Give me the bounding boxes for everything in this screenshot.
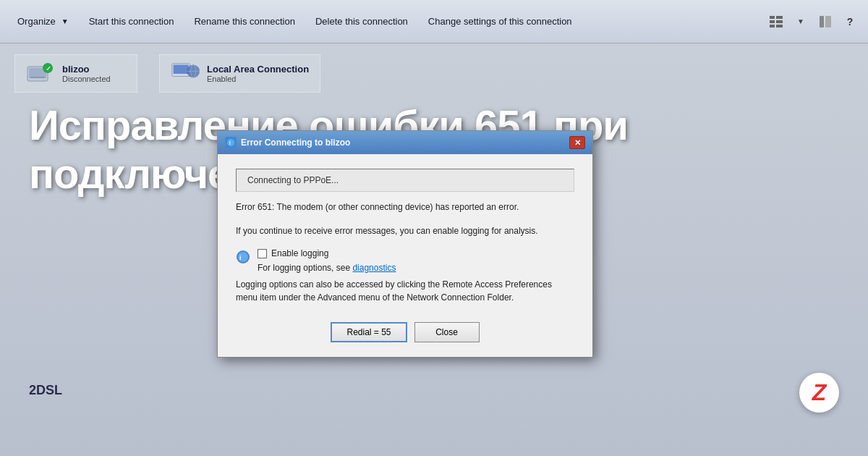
svg-rect-2 (770, 20, 775, 23)
svg-rect-1 (776, 16, 783, 19)
blizoo-name: blizoo (62, 64, 111, 75)
svg-rect-14 (174, 65, 189, 74)
continue-section: If you continue to receive error message… (236, 224, 574, 237)
organize-button[interactable]: Organize ▼ (7, 0, 79, 43)
error-dialog: ! Error Connecting to blizoo ✕ Connectin… (217, 130, 593, 358)
blizoo-icon: ✓ (26, 61, 55, 86)
local-area-name: Local Area Connection (207, 64, 309, 75)
enable-logging-checkbox[interactable] (258, 249, 267, 258)
svg-rect-3 (776, 20, 783, 23)
local-area-text: Local Area Connection Enabled (207, 64, 309, 83)
dsl-label: 2DSL (29, 383, 62, 398)
z-logo: Z (799, 373, 839, 413)
dialog-titlebar: ! Error Connecting to blizoo ✕ (218, 131, 592, 154)
connections-area: ✓ blizoo Disconnected (0, 43, 868, 104)
organize-label: Organize (17, 16, 56, 27)
logging-options-text: Logging options can also be accessed by … (236, 278, 574, 304)
delete-connection-button[interactable]: Delete this connection (305, 0, 418, 43)
organize-dropdown-icon: ▼ (61, 17, 69, 25)
z-logo-letter: Z (812, 379, 827, 406)
svg-text:!: ! (229, 140, 231, 146)
enable-logging-content: Enable logging For logging options, see … (258, 248, 396, 274)
enable-logging-label: Enable logging (271, 248, 328, 258)
view-options-icon[interactable] (765, 11, 787, 33)
continue-text: If you continue to receive error message… (236, 224, 574, 237)
svg-rect-5 (776, 25, 783, 28)
enable-logging-section: i Enable logging For logging options, se… (236, 248, 574, 274)
toolbar-right-icons: ▼ ? (765, 11, 861, 33)
svg-rect-4 (770, 25, 775, 28)
svg-rect-6 (820, 16, 824, 28)
local-area-icon (171, 61, 200, 86)
blizoo-connection[interactable]: ✓ blizoo Disconnected (14, 54, 137, 93)
help-icon[interactable]: ? (839, 11, 861, 33)
diagnostics-link[interactable]: diagnostics (352, 263, 396, 273)
dialog-buttons: Redial = 55 Close (236, 315, 574, 346)
dialog-close-button[interactable]: ✕ (569, 136, 585, 149)
svg-text:✓: ✓ (46, 65, 51, 72)
pppoe-text: Connecting to PPPoE... (247, 175, 339, 185)
toolbar: Organize ▼ Start this connection Rename … (0, 0, 868, 43)
close-button[interactable]: Close (414, 322, 480, 342)
error-text: Error 651: The modem (or other connectin… (236, 200, 574, 214)
main-content: ✓ blizoo Disconnected (0, 43, 868, 456)
local-area-status: Enabled (207, 75, 309, 83)
change-settings-button[interactable]: Change settings of this connection (418, 0, 582, 43)
blizoo-text: blizoo Disconnected (62, 64, 111, 83)
error-section: Error 651: The modem (or other connectin… (236, 200, 574, 214)
rename-connection-button[interactable]: Rename this connection (184, 0, 305, 43)
dropdown-view-icon[interactable]: ▼ (790, 11, 812, 33)
start-connection-label: Start this connection (89, 16, 174, 27)
logging-options-section: Logging options can also be accessed by … (236, 278, 574, 304)
local-area-connection[interactable]: Local Area Connection Enabled (159, 54, 320, 93)
dialog-title-text: Error Connecting to blizoo (241, 138, 350, 148)
svg-text:i: i (239, 254, 242, 261)
svg-rect-0 (770, 16, 775, 19)
dialog-titlebar-left: ! Error Connecting to blizoo (225, 137, 350, 148)
delete-connection-label: Delete this connection (315, 16, 408, 27)
change-settings-label: Change settings of this connection (428, 16, 572, 27)
diagnostics-row: For logging options, see diagnostics (258, 261, 396, 274)
diagnostics-prefix: For logging options, see (258, 263, 352, 273)
pppoe-section: Connecting to PPPoE... (236, 169, 574, 192)
blizoo-status: Disconnected (62, 75, 111, 83)
redial-button[interactable]: Redial = 55 (331, 322, 407, 342)
enable-logging-checkbox-row: Enable logging (258, 248, 396, 258)
start-connection-button[interactable]: Start this connection (79, 0, 184, 43)
svg-rect-7 (825, 16, 831, 28)
panel-toggle-icon[interactable] (814, 11, 836, 33)
svg-rect-10 (30, 77, 45, 78)
dialog-body: Connecting to PPPoE... Error 651: The mo… (218, 154, 592, 357)
enable-logging-icon: i (236, 250, 250, 264)
dialog-title-icon: ! (225, 137, 237, 148)
rename-connection-label: Rename this connection (194, 16, 294, 27)
